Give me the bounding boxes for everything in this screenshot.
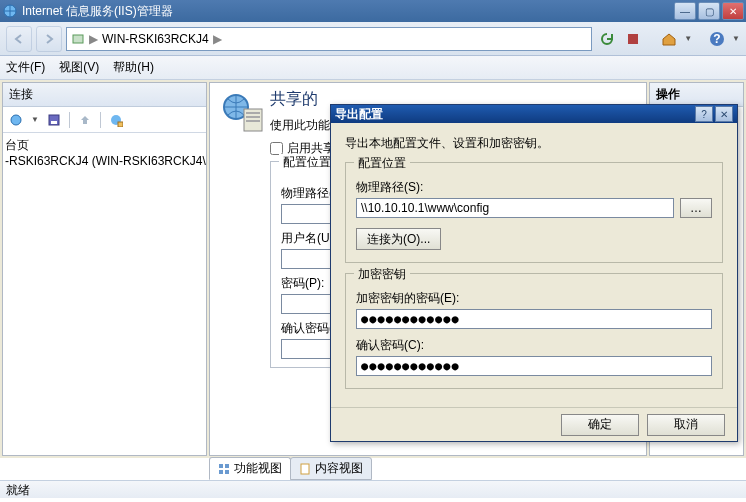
window-buttons: — ▢ ✕ <box>672 2 744 20</box>
svg-rect-7 <box>51 121 57 124</box>
breadcrumb-sep: ▶ <box>89 32 98 46</box>
dropdown-icon[interactable]: ▼ <box>684 34 692 43</box>
back-button[interactable] <box>6 26 32 52</box>
dialog-title: 导出配置 <box>335 106 695 123</box>
forward-button[interactable] <box>36 26 62 52</box>
ellipsis-icon: … <box>690 201 702 215</box>
connections-tree[interactable]: 台页 -RSKI63RCKJ4 (WIN-RSKI63RCKJ4\Adm <box>3 133 206 455</box>
dialog-body: 导出本地配置文件、设置和加密密钥。 配置位置 物理路径(S): … 连接为(O)… <box>331 123 737 407</box>
svg-rect-13 <box>246 116 260 118</box>
svg-point-5 <box>11 115 21 125</box>
svg-rect-16 <box>225 464 229 468</box>
tab-label: 功能视图 <box>234 460 282 477</box>
svg-rect-1 <box>73 35 83 43</box>
dialog-help-button[interactable]: ? <box>695 106 713 122</box>
dialog-titlebar: 导出配置 ? ✕ <box>331 105 737 123</box>
server-icon <box>71 32 85 46</box>
stop-icon[interactable] <box>622 28 644 50</box>
maximize-button[interactable]: ▢ <box>698 2 720 20</box>
up-icon[interactable] <box>76 111 94 129</box>
export-config-dialog: 导出配置 ? ✕ 导出本地配置文件、设置和加密密钥。 配置位置 物理路径(S):… <box>330 104 738 442</box>
tree-node[interactable]: -RSKI63RCKJ4 (WIN-RSKI63RCKJ4\Adm <box>5 154 204 168</box>
dialog-close-button[interactable]: ✕ <box>715 106 733 122</box>
dialog-keypwd-label: 加密密钥的密码(E): <box>356 290 712 307</box>
dialog-location-group: 配置位置 物理路径(S): … 连接为(O)... <box>345 162 723 263</box>
menu-help[interactable]: 帮助(H) <box>113 59 154 76</box>
address-bar-row: ▶ WIN-RSKI63RCKJ4 ▶ ▼ ? ▼ <box>0 22 746 56</box>
svg-rect-18 <box>225 470 229 474</box>
svg-rect-17 <box>219 470 223 474</box>
menu-bar: 文件(F) 视图(V) 帮助(H) <box>0 56 746 80</box>
doc-icon <box>299 463 311 475</box>
refresh-icon[interactable] <box>596 28 618 50</box>
breadcrumb-sep: ▶ <box>213 32 222 46</box>
breadcrumb-node[interactable]: WIN-RSKI63RCKJ4 <box>102 32 209 46</box>
tab-content-view[interactable]: 内容视图 <box>290 457 372 480</box>
view-tabs: 功能视图 内容视图 <box>2 458 744 480</box>
menu-file[interactable]: 文件(F) <box>6 59 45 76</box>
app-icon <box>2 3 18 19</box>
tree-root[interactable]: 台页 <box>5 137 204 154</box>
dialog-key-legend: 加密密钥 <box>354 266 410 283</box>
svg-rect-12 <box>246 112 260 114</box>
breadcrumb[interactable]: ▶ WIN-RSKI63RCKJ4 ▶ <box>66 27 592 51</box>
tab-feature-view[interactable]: 功能视图 <box>209 457 291 480</box>
connect-as-button[interactable]: 连接为(O)... <box>356 228 441 250</box>
config-location-legend: 配置位置 <box>279 154 335 171</box>
dialog-confirm-field[interactable] <box>356 356 712 376</box>
help-icon[interactable]: ? <box>706 28 728 50</box>
svg-rect-15 <box>219 464 223 468</box>
main-titlebar: Internet 信息服务(IIS)管理器 — ▢ ✕ <box>0 0 746 22</box>
window-title: Internet 信息服务(IIS)管理器 <box>22 3 672 20</box>
dialog-phys-field[interactable] <box>356 198 674 218</box>
connect-icon[interactable] <box>7 111 25 129</box>
ok-button[interactable]: 确定 <box>561 414 639 436</box>
svg-rect-19 <box>301 464 309 474</box>
tab-label: 内容视图 <box>315 460 363 477</box>
dropdown-icon[interactable]: ▼ <box>732 34 740 43</box>
dialog-location-legend: 配置位置 <box>354 155 410 172</box>
close-button[interactable]: ✕ <box>722 2 744 20</box>
dialog-keypwd-field[interactable] <box>356 309 712 329</box>
home-icon[interactable] <box>658 28 680 50</box>
cancel-button[interactable]: 取消 <box>647 414 725 436</box>
sites-icon[interactable] <box>107 111 125 129</box>
dialog-key-group: 加密密钥 加密密钥的密码(E): 确认密码(C): <box>345 273 723 389</box>
minimize-button[interactable]: — <box>674 2 696 20</box>
save-icon[interactable] <box>45 111 63 129</box>
svg-rect-2 <box>628 34 638 44</box>
dialog-phys-label: 物理路径(S): <box>356 179 712 196</box>
dropdown-icon[interactable]: ▼ <box>31 115 39 124</box>
dialog-confirm-label: 确认密码(C): <box>356 337 712 354</box>
status-bar: 就绪 <box>0 480 746 498</box>
browse-button[interactable]: … <box>680 198 712 218</box>
connections-title: 连接 <box>3 83 206 107</box>
status-text: 就绪 <box>6 483 30 497</box>
svg-rect-9 <box>118 122 123 127</box>
svg-text:?: ? <box>713 32 720 46</box>
connections-panel: 连接 ▼ 台页 -RSKI63RCKJ4 (WIN-RSKI63RCKJ4\Ad… <box>2 82 207 456</box>
list-icon <box>218 463 230 475</box>
svg-rect-14 <box>246 120 260 122</box>
dialog-desc: 导出本地配置文件、设置和加密密钥。 <box>345 135 723 152</box>
menu-view[interactable]: 视图(V) <box>59 59 99 76</box>
shared-config-icon <box>220 89 264 133</box>
dialog-footer: 确定 取消 <box>331 407 737 441</box>
connections-toolbar: ▼ <box>3 107 206 133</box>
